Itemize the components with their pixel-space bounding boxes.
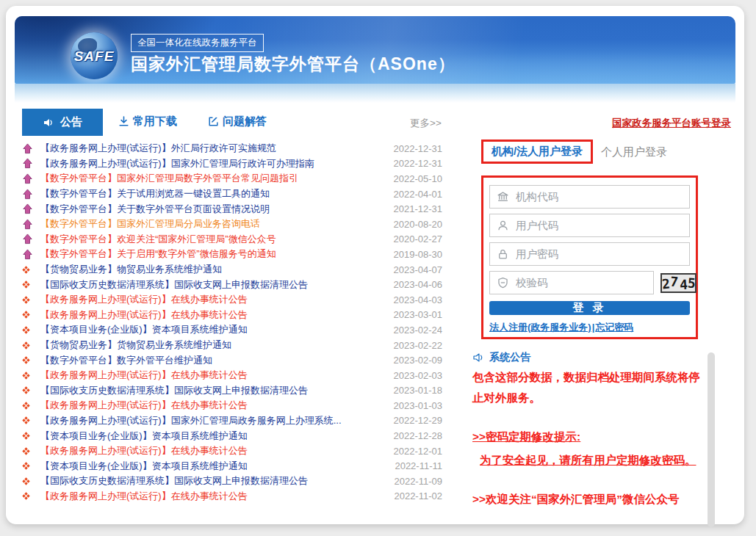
announcement-date: 2023-01-18	[394, 385, 443, 396]
announcement-row: 【政务服务网上办理(试运行)】国家外汇管理局行政许可办理指南2022-12-31	[22, 156, 442, 172]
announcement-list: 【政务服务网上办理(试运行)】外汇局行政许可实施规范2022-12-31【政务服…	[22, 141, 442, 504]
scrollbar-thumb[interactable]	[708, 352, 715, 527]
announcement-link[interactable]: 【数字外管平台】国家外汇管理局分局业务咨询电话	[40, 217, 260, 231]
diamond-icon	[22, 341, 35, 350]
captcha-row: 2745	[489, 271, 690, 294]
tab-announcements[interactable]: 公告	[22, 109, 103, 136]
diamond-icon	[22, 326, 35, 334]
tab-personal-login[interactable]: 个人用户登录	[601, 145, 667, 159]
announcement-row: 【数字外管平台】国家外汇管理局数字外管平台常见问题指引2022-05-10	[22, 171, 442, 186]
org-code-input[interactable]	[516, 191, 689, 203]
announcement-link[interactable]: 【政务服务网上办理(试运行)】国家外汇管理局行政许可办理指南	[40, 157, 314, 170]
user-code-input[interactable]	[516, 220, 689, 231]
announcement-link[interactable]: 【政务服务网上办理(试运行)】在线办事统计公告	[40, 369, 248, 382]
announcement-link[interactable]: 【货物贸易业务】物贸易业务系统维护通知	[40, 263, 222, 276]
tab-faq[interactable]: 问题解答	[207, 115, 267, 128]
captcha-image[interactable]: 2745	[660, 273, 696, 293]
pin-arrow-icon	[22, 189, 35, 200]
diamond-icon	[22, 372, 35, 380]
announcement-date: 2022-04-01	[394, 189, 443, 200]
password-input[interactable]	[516, 248, 689, 260]
announcement-date: 2023-04-06	[394, 279, 443, 290]
announcement-date: 2023-02-22	[394, 340, 443, 351]
announcement-row: 【政务服务网上办理(试运行)】国家外汇管理局政务服务网上办理系统...2022-…	[22, 413, 442, 429]
announcement-link[interactable]: 【资本项目业务(企业版)】资本项目系统维护通知	[40, 323, 248, 336]
system-announcements-title: 系统公告	[489, 351, 530, 364]
login-links: 法人注册(政务服务业务)|忘记密码	[489, 321, 690, 334]
org-code-field-wrap	[489, 185, 690, 209]
diamond-icon	[22, 386, 35, 394]
diamond-icon	[22, 462, 35, 470]
announcement-row: 【资本项目业务(企业版)】资本项目系统维护通知2022-12-28	[22, 428, 442, 443]
announcement-row: 【数字外管平台】关于数字外管平台页面设置情况说明2021-12-31	[22, 201, 442, 217]
diamond-icon	[22, 447, 35, 455]
pin-arrow-icon	[22, 233, 35, 245]
announcement-row: 【国际收支历史数据清理系统】国际收支网上申报数据清理公告2023-01-18	[22, 383, 442, 399]
lock-icon	[497, 248, 509, 261]
announcement-date: 2023-02-03	[394, 370, 443, 381]
system-announcements-body: 包含这部分数据，数据归档处理期间系统将停止对外服务。 >>密码定期修改提示: 为…	[472, 367, 706, 510]
captcha-digit: 7	[669, 273, 679, 289]
announcement-date: 2022-05-10	[394, 173, 443, 184]
pin-arrow-icon	[22, 203, 35, 214]
announcement-row: 【数字外管平台】关于启用“数字外管”微信服务号的通知2019-08-30	[22, 247, 442, 262]
announcement-row: 【政务服务网上办理(试运行)】在线办事统计公告2023-04-03	[22, 292, 442, 308]
announcement-date: 2022-11-09	[394, 476, 442, 487]
announcement-link[interactable]: 【数字外管平台】关于数字外管平台页面设置情况说明	[40, 203, 270, 216]
announcement-date: 2020-08-20	[394, 219, 443, 230]
announcement-link[interactable]: 【政务服务网上办理(试运行)】在线办事统计公告	[40, 308, 248, 322]
speaker-icon	[43, 117, 54, 128]
page: SAFE 全国一体化在线政务服务平台 国家外汇管理局数字外管平台（ASOne） …	[0, 0, 756, 536]
announcement-date: 2022-11-11	[395, 460, 442, 471]
tab-downloads[interactable]: 常用下载	[118, 115, 177, 128]
tab-faq-label: 问题解答	[223, 115, 267, 128]
announcement-link[interactable]: 【国际收支历史数据清理系统】国际收支网上申报数据清理公告	[40, 474, 308, 488]
announcement-link[interactable]: 【资本项目业务(企业版)】资本项目系统维护通知	[40, 460, 248, 473]
pin-arrow-icon	[22, 249, 35, 260]
announcement-date: 2023-03-01	[394, 309, 443, 320]
announcement-date: 2023-01-03	[394, 400, 443, 411]
announcement-link[interactable]: 【国际收支历史数据清理系统】国际收支网上申报数据清理公告	[40, 384, 308, 397]
announcement-link[interactable]: 【数字外管平台】关于试用浏览器一键设置工具的通知	[40, 187, 270, 200]
tab-org-login[interactable]: 机构/法人用户登录	[481, 140, 593, 164]
announcement-date: 2022-12-31	[394, 158, 443, 169]
announcement-link[interactable]: 【政务服务网上办理(试运行)】在线办事统计公告	[40, 293, 248, 306]
sys-announcement-line: >>欢迎关注“国家外汇管理局”微信公众号	[472, 489, 706, 510]
user-code-field-wrap	[489, 214, 690, 237]
announcement-link[interactable]: 【国际收支历史数据清理系统】国际收支网上申报数据清理公告	[40, 278, 308, 291]
shield-icon	[497, 277, 509, 289]
system-announcements-header: 系统公告	[472, 351, 530, 364]
forgot-password-link[interactable]: 忘记密码	[595, 322, 633, 333]
announcement-link[interactable]: 【数字外管平台】关于启用“数字外管”微信服务号的通知	[40, 247, 276, 261]
login-form: 2745 登 录 法人注册(政务服务业务)|忘记密码	[481, 175, 698, 339]
diamond-icon	[22, 356, 35, 364]
announcement-row: 【政务服务网上办理(试运行)】在线办事统计公告2023-02-03	[22, 368, 442, 383]
captcha-digit: 5	[687, 275, 696, 291]
announcement-link[interactable]: 【数字外管平台】国家外汇管理局数字外管平台常见问题指引	[40, 172, 298, 185]
pin-arrow-icon	[22, 219, 35, 230]
safe-logo-text: SAFE	[62, 48, 126, 65]
announcement-row: 【政务服务网上办理(试运行)】在线办事统计公告2023-01-03	[22, 398, 442, 413]
announcement-link[interactable]: 【政务服务网上办理(试运行)】外汇局行政许可实施规范	[40, 142, 276, 155]
pin-arrow-icon	[22, 143, 35, 154]
sys-announcement-line: 包含这部分数据，数据归档处理期间系统将停止对外服务。	[472, 367, 706, 408]
pin-arrow-icon	[22, 173, 35, 184]
announcement-link[interactable]: 【政务服务网上办理(试运行)】在线办事统计公告	[40, 444, 248, 457]
gov-platform-login-link[interactable]: 国家政务服务平台账号登录	[612, 117, 731, 130]
announcement-link[interactable]: 【数字外管平台】数字外管平台维护通知	[40, 354, 212, 367]
speaker-icon	[472, 352, 484, 363]
announcement-row: 【数字外管平台】欢迎关注“国家外汇管理局”微信公众号2020-02-27	[22, 232, 442, 247]
more-link[interactable]: 更多>>	[410, 117, 442, 130]
captcha-input[interactable]	[516, 277, 653, 289]
announcement-link[interactable]: 【数字外管平台】欢迎关注“国家外汇管理局”微信公众号	[40, 233, 276, 246]
announcement-date: 2020-02-27	[394, 233, 443, 245]
announcement-link[interactable]: 【政务服务网上办理(试运行)】国家外汇管理局政务服务网上办理系统...	[40, 414, 342, 427]
diamond-icon	[22, 492, 35, 500]
announcement-link[interactable]: 【政务服务网上办理(试运行)】在线办事统计公告	[40, 490, 248, 503]
announcement-link[interactable]: 【资本项目业务(企业版)】资本项目系统维护通知	[40, 430, 248, 443]
edit-icon	[207, 115, 220, 128]
announcement-link[interactable]: 【货物贸易业务】货物贸易业务系统维护通知	[40, 338, 231, 352]
login-button[interactable]: 登 录	[489, 301, 690, 315]
announcement-link[interactable]: 【政务服务网上办理(试运行)】在线办事统计公告	[40, 399, 248, 412]
register-link[interactable]: 法人注册(政务服务业务)	[489, 322, 591, 333]
